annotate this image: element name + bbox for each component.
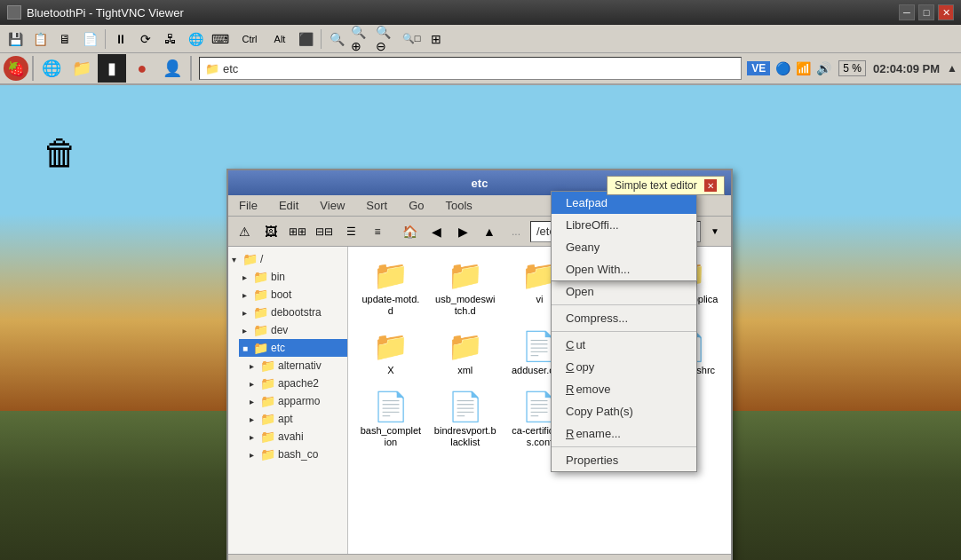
ctx-compress-label: Compress... (566, 312, 628, 325)
leafpad-tooltip: Simple text editor ✕ (607, 176, 725, 195)
toolbar-alt[interactable]: Alt (267, 28, 292, 51)
file-item-bindresv[interactable]: 📄 bindresvport.blacklist (430, 385, 501, 453)
toolbar-zoom-fit[interactable]: 🔍□ (400, 28, 423, 51)
minimize-button[interactable]: ─ (899, 4, 915, 20)
tree-item-root[interactable]: ▾ 📁 / (228, 250, 347, 268)
toolbar-save[interactable]: 💾 (4, 28, 27, 51)
tree-item-apparmor[interactable]: ▸ 📁 apparmo (246, 392, 347, 410)
tree-label: / (260, 253, 263, 265)
doc-icon: 📄 (373, 390, 409, 423)
toolbar-black[interactable]: ⬛ (294, 28, 317, 51)
fm-btn-grid2[interactable]: ⊟⊟ (312, 219, 337, 244)
tree-item-boot[interactable]: ▸ 📁 boot (239, 286, 347, 304)
tree-item-bin[interactable]: ▸ 📁 bin (239, 268, 347, 286)
address-folder-icon: 📁 (205, 62, 219, 75)
volume-icon[interactable]: 🔊 (816, 61, 831, 75)
ctx-underline: C (566, 360, 574, 374)
taskbar-user-icon[interactable]: 👤 (158, 54, 187, 83)
taskbar-folder-icon[interactable]: 📁 (68, 54, 96, 83)
open-submenu: Leafpad LibreOffi... Geany Open With... (551, 191, 697, 281)
open-submenu-libreoffice[interactable]: LibreOffi... (552, 214, 696, 236)
tooltip-close-button[interactable]: ✕ (704, 179, 717, 192)
fm-sidebar: ▾ 📁 / ▸ 📁 bin ▸ 📁 boot ▸ 📁 deboo (228, 247, 348, 554)
vnc-address-bar[interactable]: 📁 etc (199, 57, 742, 80)
wifi-icon[interactable]: 📶 (796, 61, 811, 75)
tree-item-apt[interactable]: ▸ 📁 apt (246, 410, 347, 428)
ctx-copy-path[interactable]: Copy Path(s) (552, 400, 696, 422)
toolbar-keys[interactable]: 🌐 (184, 28, 207, 51)
fm-btn-back[interactable]: ◀ (424, 219, 449, 244)
toolbar-monitor[interactable]: 🖥 (53, 28, 76, 51)
toolbar-clipboard[interactable]: 📋 (28, 28, 52, 51)
tree-item-apache2[interactable]: ▸ 📁 apache2 (246, 375, 347, 392)
fm-menu-view[interactable]: View (313, 197, 352, 214)
fm-btn-home[interactable]: 🏠 (397, 219, 422, 244)
tree-item-bash-co[interactable]: ▸ 📁 bash_co (246, 446, 347, 463)
fm-menu-tools[interactable]: Tools (439, 197, 480, 214)
file-item-update-motd[interactable]: 📁 update-motd.d (355, 254, 426, 321)
toolbar-keyboard[interactable]: ⌨ (209, 28, 232, 51)
toolbar-zoom-reset[interactable]: 🔍 (325, 28, 348, 51)
trash-desktop-icon[interactable]: 🗑 (43, 133, 78, 173)
raspberry-pi-icon[interactable]: 🍓 (4, 56, 28, 81)
fm-btn-list[interactable]: ☰ (338, 219, 363, 244)
tree-item-debootstra[interactable]: ▸ 📁 debootstra (239, 304, 347, 321)
toolbar-zoom-in[interactable]: 🔍⊕ (350, 28, 373, 51)
tree-arrow: ■ (242, 343, 253, 353)
tree-label: bash_co (278, 448, 318, 461)
fm-btn-details[interactable]: ≡ (365, 219, 390, 244)
maximize-button[interactable]: □ (918, 4, 934, 20)
fm-btn-forward[interactable]: ▶ (450, 219, 475, 244)
toolbar-ctrl[interactable]: Ctrl (234, 28, 266, 51)
ctx-rename[interactable]: Rename... (552, 422, 696, 445)
fm-btn-grid[interactable]: ⊞⊞ (285, 219, 310, 244)
fm-menu-file[interactable]: File (232, 197, 265, 214)
open-submenu-geany[interactable]: Geany (552, 236, 696, 258)
ctx-cut[interactable]: Cut (552, 334, 696, 356)
folder-icon: 📁 (448, 329, 483, 363)
ctx-remove[interactable]: Remove (552, 378, 696, 400)
ctx-compress[interactable]: Compress... (552, 307, 696, 329)
fm-menu-edit[interactable]: Edit (272, 197, 306, 214)
tree-item-dev[interactable]: ▸ 📁 dev (239, 321, 347, 339)
toolbar-refresh[interactable]: ⟳ (134, 28, 157, 51)
toolbar-options[interactable]: 📄 (78, 28, 101, 51)
fm-btn-warning[interactable]: ⚠ (232, 219, 257, 244)
taskbar-globe-icon[interactable]: 🌐 (37, 54, 66, 83)
file-item-bash-completion[interactable]: 📄 bash_completion (355, 385, 426, 453)
toolbar-fullscreen[interactable]: ⊞ (425, 28, 448, 51)
taskbar-right-area: VE 🔵 📶 🔊 5 % 02:04:09 PM ▲ (747, 60, 957, 76)
fm-menu-sort[interactable]: Sort (359, 197, 394, 214)
file-item-x[interactable]: 📁 X (355, 325, 426, 381)
file-item-xml[interactable]: 📁 xml (430, 325, 501, 381)
bluetooth-icon[interactable]: 🔵 (775, 61, 790, 75)
tree-label: apparmo (278, 395, 320, 407)
toolbar-zoom-out[interactable]: 🔍⊖ (375, 28, 398, 51)
ve-button[interactable]: VE (747, 61, 770, 75)
file-item-usb-modeswitch[interactable]: 📁 usb_modeswitch.d (430, 254, 501, 321)
tree-item-etc[interactable]: ■ 📁 etc (239, 339, 347, 357)
tree-arrow: ▾ (232, 255, 242, 264)
taskbar-expand-button[interactable]: ▲ (947, 62, 957, 75)
ctx-properties[interactable]: Properties (552, 449, 696, 471)
fm-menu-go[interactable]: Go (401, 197, 431, 214)
toolbar-pause[interactable]: ⏸ (109, 28, 132, 51)
fm-btn-unknown[interactable]: ... (504, 219, 528, 244)
open-submenu-open-with[interactable]: Open With... (552, 258, 696, 280)
tree-item-avahi[interactable]: ▸ 📁 avahi (246, 428, 347, 446)
tree-label: avahi (278, 430, 304, 443)
taskbar-red-icon[interactable]: ● (128, 54, 156, 83)
close-button[interactable]: ✕ (938, 4, 954, 20)
taskbar-terminal-icon[interactable]: ▮ (98, 54, 126, 83)
ctx-copy[interactable]: Copy (552, 356, 696, 378)
file-label: usb_modeswitch.d (434, 294, 496, 317)
toolbar-send-ctrl-alt[interactable]: 🖧 (159, 28, 182, 51)
fm-statusbar: "asound.conf" (0 bytes) plain text docum… (228, 554, 731, 560)
tree-item-alternativ[interactable]: ▸ 📁 alternativ (246, 357, 347, 375)
fm-btn-view1[interactable]: 🖼 (258, 219, 283, 244)
ctx-open[interactable]: Open (552, 280, 696, 303)
fm-btn-dropdown[interactable]: ▼ (703, 219, 727, 244)
folder-icon: 📁 (253, 305, 268, 319)
titlebar-title: BluetoothPi - TightVNC Viewer (27, 6, 184, 20)
fm-btn-up[interactable]: ▲ (477, 219, 502, 244)
